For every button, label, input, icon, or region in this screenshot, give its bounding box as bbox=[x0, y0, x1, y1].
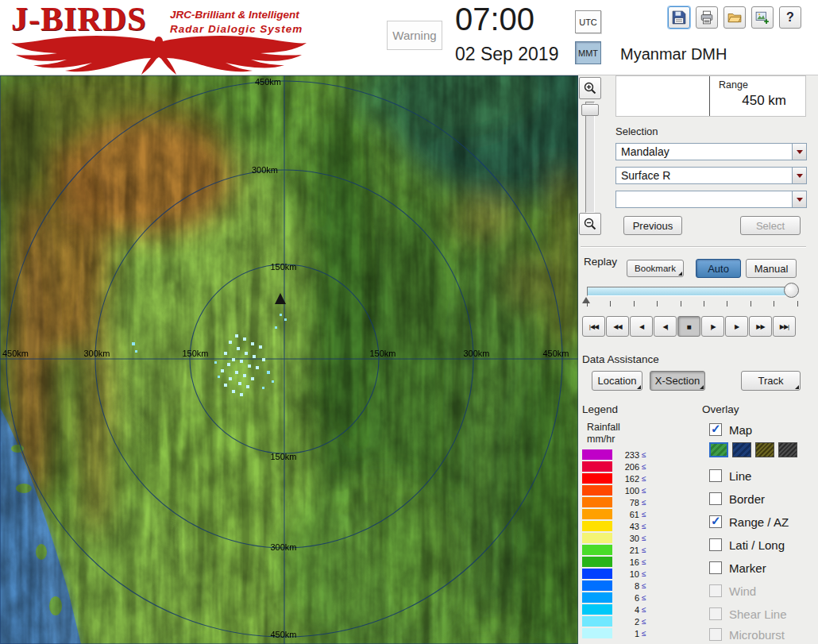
select-button[interactable]: Select bbox=[740, 216, 801, 235]
site-combo[interactable]: Mandalay bbox=[615, 143, 807, 160]
mmt-button[interactable]: MMT bbox=[575, 41, 601, 64]
save-button[interactable] bbox=[668, 6, 690, 29]
track-button-label: Track bbox=[758, 375, 783, 387]
range-ring-label: 150km bbox=[369, 349, 395, 358]
extra-combo[interactable] bbox=[615, 191, 807, 208]
submenu-fold-icon bbox=[678, 272, 682, 276]
checkbox[interactable] bbox=[709, 538, 722, 551]
product-combo[interactable]: Surface R bbox=[615, 167, 807, 184]
replay-slider-thumb[interactable] bbox=[784, 283, 799, 298]
map-style-olive-button[interactable] bbox=[755, 442, 774, 457]
legend-value: 4 bbox=[619, 605, 639, 615]
checkbox[interactable] bbox=[709, 561, 722, 574]
bookmark-button[interactable]: Bookmark bbox=[627, 260, 684, 277]
range-ring-label: 150km bbox=[182, 349, 208, 358]
app-logo-title: J-BIRDS bbox=[11, 0, 146, 38]
zoom-slider-track[interactable] bbox=[585, 102, 595, 213]
warning-indicator[interactable]: Warning bbox=[387, 21, 442, 50]
legend-label: Legend bbox=[582, 403, 618, 415]
checkbox bbox=[709, 607, 722, 620]
legend-row: 2≤ bbox=[582, 616, 646, 627]
less-equal-icon: ≤ bbox=[642, 462, 646, 471]
legend-row: 30≤ bbox=[582, 533, 646, 543]
legend-value: 1 bbox=[619, 629, 639, 638]
replay-forward-end-button[interactable]: ▶▶| bbox=[773, 316, 796, 337]
overlay-row-line[interactable]: Line bbox=[709, 468, 751, 484]
replay-fast-forward-button[interactable]: ▶▶ bbox=[749, 316, 772, 337]
replay-stop-button[interactable]: ■ bbox=[677, 316, 700, 337]
help-button[interactable]: ? bbox=[779, 6, 801, 29]
legend-row: 61≤ bbox=[582, 509, 646, 519]
checkbox[interactable] bbox=[709, 515, 722, 528]
range-ring-label: 450km bbox=[542, 349, 569, 358]
rainfall-legend: 233≤ 206≤ 162≤ 100≤ 78≤ 61≤ 43≤ 30≤ 21≤ … bbox=[582, 449, 646, 638]
legend-value: 162 bbox=[619, 474, 639, 484]
less-equal-icon: ≤ bbox=[642, 510, 646, 519]
overlay-label-text: Shear Line bbox=[729, 607, 787, 621]
legend-value: 43 bbox=[619, 522, 639, 531]
legend-title-unit: mm/hr bbox=[587, 434, 615, 445]
previous-button[interactable]: Previous bbox=[623, 216, 682, 235]
replay-fast-rewind-button[interactable]: ◀◀ bbox=[606, 316, 629, 337]
map-style-green-button[interactable] bbox=[709, 442, 728, 457]
floppy-disk-icon bbox=[672, 10, 686, 25]
overlay-row-marker[interactable]: Marker bbox=[709, 560, 766, 576]
legend-swatch bbox=[582, 569, 612, 579]
less-equal-icon: ≤ bbox=[642, 569, 646, 578]
legend-value: 61 bbox=[619, 510, 639, 519]
map-style-gray-button[interactable] bbox=[778, 442, 797, 457]
radar-map[interactable]: 450km 300km 150km 150km 300km 450km 450k… bbox=[0, 75, 578, 644]
less-equal-icon: ≤ bbox=[642, 581, 646, 590]
header-bar: J-BIRDS JRC-Brilliant & Intelligent Rada… bbox=[0, 0, 818, 75]
replay-rewind-start-button[interactable]: |◀◀ bbox=[582, 316, 605, 337]
location-button[interactable]: Location bbox=[592, 371, 642, 391]
print-button[interactable] bbox=[696, 6, 718, 29]
overlay-row-map[interactable]: Map bbox=[709, 422, 752, 438]
overlay-label-text: Border bbox=[729, 492, 765, 506]
replay-timeline-slider[interactable] bbox=[587, 287, 798, 296]
utc-button[interactable]: UTC bbox=[575, 10, 601, 33]
chevron-down-icon[interactable] bbox=[792, 144, 806, 160]
replay-step-back-button[interactable]: ◀| bbox=[654, 316, 677, 337]
submenu-fold-icon bbox=[795, 385, 799, 389]
less-equal-icon: ≤ bbox=[642, 557, 646, 566]
checkbox[interactable] bbox=[709, 492, 722, 505]
manual-button[interactable]: Manual bbox=[746, 259, 797, 278]
zoom-in-button[interactable] bbox=[579, 77, 601, 99]
legend-swatch bbox=[582, 557, 612, 567]
auto-button[interactable]: Auto bbox=[696, 259, 741, 278]
legend-row: 1≤ bbox=[582, 628, 646, 638]
xsection-button[interactable]: X-Section bbox=[650, 371, 705, 391]
legend-row: 206≤ bbox=[582, 461, 646, 472]
zoom-out-button[interactable] bbox=[579, 213, 601, 235]
export-image-button[interactable] bbox=[751, 6, 774, 29]
overlay-row-range-az[interactable]: Range / AZ bbox=[709, 514, 789, 530]
replay-play-reverse-button[interactable]: ◀ bbox=[630, 316, 653, 337]
submenu-fold-icon bbox=[700, 385, 704, 389]
chevron-down-icon[interactable] bbox=[792, 168, 806, 183]
replay-play-button[interactable]: ▶ bbox=[725, 316, 748, 337]
zoom-slider-thumb[interactable] bbox=[581, 104, 599, 116]
overlay-row-lati-long[interactable]: Lati / Long bbox=[709, 537, 785, 553]
site-combo-value: Mandalay bbox=[621, 145, 669, 158]
range-ring-label: 150km bbox=[270, 452, 296, 461]
selection-label: Selection bbox=[615, 125, 658, 137]
legend-swatch bbox=[582, 580, 612, 591]
overlay-row-border[interactable]: Border bbox=[709, 491, 765, 507]
overlay-row-wind: Wind bbox=[709, 583, 756, 599]
open-folder-button[interactable] bbox=[723, 6, 746, 29]
legend-swatch bbox=[582, 628, 612, 638]
range-ring-label: 300km bbox=[83, 349, 110, 358]
range-ring-label: 150km bbox=[270, 262, 296, 272]
map-style-navy-button[interactable] bbox=[732, 442, 751, 457]
checkbox[interactable] bbox=[709, 469, 722, 482]
legend-swatch bbox=[582, 616, 612, 627]
checkbox[interactable] bbox=[709, 423, 722, 436]
chevron-down-icon[interactable] bbox=[792, 191, 806, 207]
legend-row: 78≤ bbox=[582, 497, 646, 507]
overlay-label-text: Range / AZ bbox=[729, 515, 789, 529]
range-ring-label: 450km bbox=[270, 630, 296, 639]
replay-step-forward-button[interactable]: |▶ bbox=[701, 316, 724, 337]
jbirds-app: J-BIRDS JRC-Brilliant & Intelligent Rada… bbox=[0, 0, 818, 644]
track-button[interactable]: Track bbox=[741, 371, 801, 391]
